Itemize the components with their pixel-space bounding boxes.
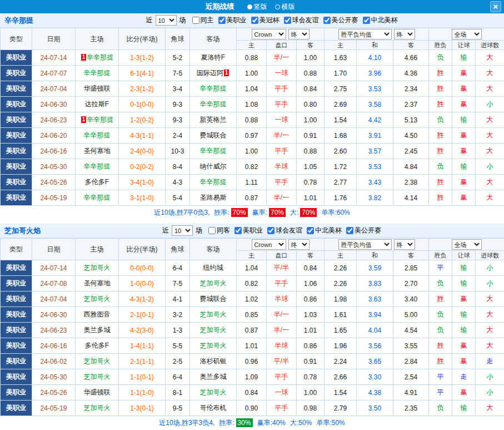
away-team-cell: 国际迈阿1 [190, 66, 237, 81]
checkbox-input[interactable] [363, 17, 370, 24]
avg-odds-select[interactable]: 胜平负均值 [338, 239, 392, 250]
result-cell: 负 [429, 323, 452, 338]
result-cell: 胜 [429, 175, 452, 190]
handicap-cell: 一球 [267, 66, 297, 81]
bookmaker-select[interactable]: Crown [252, 29, 286, 39]
checkbox-label: 同客 [217, 226, 230, 235]
stat-label: 胜率: [214, 208, 229, 218]
match-row: 美职业24-05-19辛辛那提3-1(1-0)5-4圣路易斯0.87半/一1.0… [1, 190, 504, 206]
league-checkbox[interactable]: 美职业 [234, 226, 263, 235]
avg-draw-cell: 3.63 [357, 291, 393, 307]
date-cell: 24-06-23 [32, 112, 76, 128]
league-checkbox[interactable]: 球会友谊 [267, 226, 302, 235]
score-cell: 1-1(0-1) [119, 369, 166, 385]
away-team-cell: 辛辛那提 [190, 144, 237, 159]
layout-vertical-radio[interactable]: 竖版 [247, 2, 267, 12]
result-cell: 胜 [429, 144, 452, 159]
checkbox-input[interactable] [307, 227, 314, 234]
radio-vertical-label: 竖版 [254, 2, 267, 12]
avg-stage-select[interactable]: 终 [394, 29, 415, 39]
home-odds-cell: 1.08 [237, 97, 267, 112]
avg-odds-select[interactable]: 胜平负均值 [338, 29, 392, 39]
checkbox-input[interactable] [234, 227, 242, 234]
avg-home-cell: 1.98 [325, 291, 357, 307]
checkbox-input[interactable] [251, 17, 258, 24]
checkbox-input[interactable] [218, 17, 226, 24]
away-odds-cell: 1.06 [297, 276, 325, 291]
checkbox-input[interactable] [192, 17, 199, 24]
avg-away-cell: 2.70 [393, 276, 429, 291]
odds-stage-select[interactable]: 终 [288, 239, 310, 250]
same-venue-checkbox[interactable]: 同主 [192, 16, 214, 25]
col-header-score: 比分(半场) [119, 28, 166, 50]
team-section: 芝加哥火焰 近 10 场 同客美职业球会友谊中北美杯美公开赛 类型 日期 主场 … [0, 224, 504, 429]
league-checkbox[interactable]: 美公开赛 [323, 16, 358, 25]
league-checkbox[interactable]: 美职业 [218, 16, 247, 25]
scope-select[interactable]: 全场 [452, 29, 482, 39]
home-team-cell: 达拉斯F [76, 97, 119, 112]
same-venue-checkbox[interactable]: 同客 [208, 226, 230, 235]
match-type-cell: 美职业 [1, 338, 32, 354]
league-checkbox[interactable]: 球会友谊 [284, 16, 319, 25]
scope-select[interactable]: 全场 [452, 239, 482, 250]
stat-value: 70% [269, 208, 286, 217]
avg-stage-select[interactable]: 终 [394, 239, 415, 250]
col-header-type: 类型 [1, 239, 32, 260]
close-icon[interactable]: × [490, 1, 501, 12]
away-odds-cell: 0.98 [297, 401, 325, 416]
team-name: 奥兰多城 [200, 373, 227, 380]
checkbox-input[interactable] [284, 17, 291, 24]
date-cell: 24-07-14 [32, 50, 76, 66]
result-cell: 胜 [429, 81, 452, 97]
date-cell: 24-05-30 [32, 369, 76, 385]
home-team-cell: 圣何塞地 [76, 276, 119, 291]
league-checkbox[interactable]: 中北美杯 [363, 16, 398, 25]
corners-cell: 4-1 [166, 291, 190, 307]
corners-cell: 6-4 [166, 369, 190, 385]
home-odds-cell: 1.02 [237, 291, 267, 307]
league-checkbox[interactable]: 美冠杯 [251, 16, 280, 25]
away-odds-cell: 1.00 [297, 112, 325, 128]
stat-value: 50% [332, 419, 345, 427]
near-count-select[interactable]: 10 [156, 15, 177, 26]
team-section-bar: 辛辛那提 近 10 场 同主美职业美冠杯球会友谊美公开赛中北美杯 [0, 13, 504, 28]
stat-value: 70% [231, 208, 248, 217]
table-header-main: 类型 日期 主场 比分(半场) 角球 客场 Crown终 胜平负均值终 全场 [1, 239, 504, 251]
avg-home-cell: 2.26 [325, 276, 357, 291]
sub-header-home-odds: 主 [237, 251, 267, 260]
checkbox-input[interactable] [323, 17, 331, 24]
team-name: 多伦多F [85, 178, 109, 186]
team-name: 圣何塞地 [84, 147, 111, 155]
away-odds-cell: 0.91 [297, 354, 325, 369]
home-team-cell: 1辛辛那提 [76, 50, 119, 66]
avg-away-cell: 5.00 [393, 307, 429, 323]
date-cell: 24-05-26 [32, 385, 76, 401]
handicap-result-cell: 赢 [452, 144, 476, 159]
home-odds-cell: 1.00 [237, 144, 267, 159]
checkbox-input[interactable] [346, 227, 353, 234]
away-team-cell: 奥兰多城 [190, 369, 237, 385]
corners-cell: 3-2 [166, 307, 190, 323]
avg-home-cell: 1.65 [325, 323, 357, 338]
home-team-cell: 多伦多F [76, 338, 119, 354]
team-name-title: 芝加哥火焰 [4, 226, 41, 236]
checkbox-input[interactable] [208, 227, 216, 234]
score-cell: 0-0(0-0) [119, 260, 166, 276]
col-header-score: 比分(半场) [119, 239, 166, 260]
near-count-select[interactable]: 10 [172, 225, 193, 236]
sub-header-avg-away: 客 [393, 251, 429, 260]
odds-stage-select[interactable]: 终 [288, 29, 310, 39]
bookmaker-select[interactable]: Crown [252, 239, 286, 250]
avg-away-cell: 2.85 [393, 260, 429, 276]
result-cell: 平 [429, 385, 452, 401]
date-cell: 24-06-02 [32, 354, 76, 369]
checkbox-input[interactable] [267, 227, 275, 234]
date-cell: 24-06-16 [32, 144, 76, 159]
league-checkbox[interactable]: 美公开赛 [346, 226, 381, 235]
record-summary-text: 近10场,胜3平3负4, [159, 418, 214, 428]
match-row: 美职业24-07-04华盛顿联2-3(1-2)3-4辛辛那提1.04平手0.84… [1, 81, 504, 97]
result-cell: 负 [429, 276, 452, 291]
layout-horizontal-radio[interactable]: 横版 [275, 2, 295, 12]
avg-draw-cell: 3.43 [357, 175, 393, 190]
league-checkbox[interactable]: 中北美杯 [307, 226, 342, 235]
